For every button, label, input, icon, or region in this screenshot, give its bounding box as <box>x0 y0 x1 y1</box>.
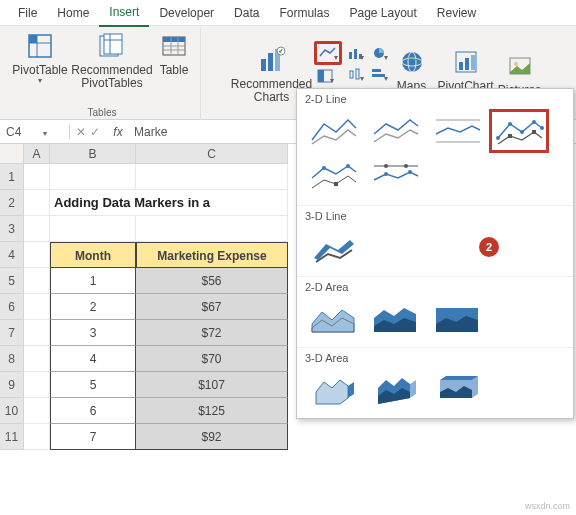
tab-home[interactable]: Home <box>47 0 99 26</box>
svg-rect-23 <box>349 52 352 59</box>
insert-bar-chart-button[interactable]: ▾ <box>368 64 390 84</box>
svg-point-45 <box>496 136 500 140</box>
cell[interactable] <box>24 242 50 268</box>
stacked-line-thumb[interactable] <box>365 109 425 153</box>
cell[interactable] <box>24 424 50 450</box>
svg-rect-5 <box>104 34 122 54</box>
cell-expense[interactable]: $92 <box>136 424 288 450</box>
insert-statistic-chart-button[interactable]: ▾ <box>344 64 366 84</box>
row-header[interactable]: 2 <box>0 190 24 216</box>
cell[interactable] <box>136 164 288 190</box>
line-with-markers-thumb[interactable] <box>489 109 549 153</box>
globe-icon <box>396 46 428 78</box>
table-label: Table <box>160 64 189 77</box>
svg-point-56 <box>404 164 408 168</box>
cell-expense[interactable]: $72 <box>136 320 288 346</box>
svg-point-52 <box>322 166 326 170</box>
cell-expense[interactable]: $125 <box>136 398 288 424</box>
insert-pie-chart-button[interactable]: ▾ <box>368 43 390 63</box>
row-header[interactable]: 4 <box>0 242 24 268</box>
table-icon <box>158 30 190 62</box>
row-header[interactable]: 3 <box>0 216 24 242</box>
area-thumb[interactable] <box>303 297 363 341</box>
svg-rect-32 <box>372 69 381 72</box>
tab-formulas[interactable]: Formulas <box>269 0 339 26</box>
row-header[interactable]: 1 <box>0 164 24 190</box>
row-header[interactable]: 11 <box>0 424 24 450</box>
tab-file[interactable]: File <box>8 0 47 26</box>
tab-review[interactable]: Review <box>427 0 486 26</box>
insert-column-chart-button[interactable]: ▾ <box>344 43 366 63</box>
cell[interactable] <box>24 164 50 190</box>
chevron-down-icon: ▾ <box>38 77 42 86</box>
cell-month[interactable]: 7 <box>50 424 136 450</box>
cell[interactable] <box>24 190 50 216</box>
name-box[interactable]: C4▾ <box>0 125 70 139</box>
svg-point-44 <box>514 62 518 66</box>
group-tables: PivotTable ▾ Recommended PivotTables Tab… <box>4 28 201 120</box>
percent-stacked-line-markers-thumb[interactable] <box>365 155 425 199</box>
tab-developer[interactable]: Developer <box>149 0 224 26</box>
cell-expense[interactable]: $67 <box>136 294 288 320</box>
cell-expense[interactable]: $56 <box>136 268 288 294</box>
cell-expense[interactable]: $70 <box>136 346 288 372</box>
line-chart-thumb[interactable] <box>303 109 363 153</box>
row-header[interactable]: 7 <box>0 320 24 346</box>
pivottable-icon <box>24 30 56 62</box>
cell[interactable] <box>24 320 50 346</box>
header-month[interactable]: Month <box>50 242 136 268</box>
insert-line-chart-button[interactable]: ▾ <box>314 41 342 65</box>
percent-stacked-area-thumb[interactable] <box>427 297 487 341</box>
cell[interactable] <box>24 216 50 242</box>
cell[interactable] <box>24 294 50 320</box>
cell-month[interactable]: 3 <box>50 320 136 346</box>
tab-data[interactable]: Data <box>224 0 269 26</box>
cell[interactable] <box>50 216 136 242</box>
svg-rect-54 <box>334 182 338 186</box>
line-chart-gallery: 2-D Line 2 3-D Line 2-D Area 3-D Area <box>296 88 574 419</box>
col-header-b[interactable]: B <box>50 144 136 164</box>
3d-percent-stacked-area-thumb[interactable] <box>427 368 487 412</box>
pivottable-button[interactable]: PivotTable ▾ <box>8 28 72 88</box>
pictures-icon <box>504 50 536 82</box>
cell[interactable] <box>50 164 136 190</box>
cell[interactable] <box>136 216 288 242</box>
cell[interactable] <box>24 268 50 294</box>
row-header[interactable]: 10 <box>0 398 24 424</box>
col-header-a[interactable]: A <box>24 144 50 164</box>
fx-icon[interactable]: fx <box>106 125 130 139</box>
row-header[interactable]: 8 <box>0 346 24 372</box>
cell-month[interactable]: 4 <box>50 346 136 372</box>
3d-area-thumb[interactable] <box>303 368 363 412</box>
3d-stacked-area-thumb[interactable] <box>365 368 425 412</box>
recommended-pivottables-button[interactable]: Recommended PivotTables <box>72 28 152 92</box>
title-cell[interactable]: Adding Data Markers in a <box>50 190 288 216</box>
3d-line-thumb[interactable] <box>303 226 363 270</box>
cell-month[interactable]: 6 <box>50 398 136 424</box>
section-3d-area-label: 3-D Area <box>297 348 573 366</box>
cell-month[interactable]: 1 <box>50 268 136 294</box>
cell-month[interactable]: 5 <box>50 372 136 398</box>
header-expense[interactable]: Marketing Expense <box>136 242 288 268</box>
svg-rect-1 <box>29 35 37 43</box>
tab-pagelayout[interactable]: Page Layout <box>339 0 426 26</box>
cell[interactable] <box>24 398 50 424</box>
select-all-corner[interactable] <box>0 144 24 164</box>
cell[interactable] <box>24 346 50 372</box>
row-header[interactable]: 9 <box>0 372 24 398</box>
cell[interactable] <box>24 372 50 398</box>
stacked-area-thumb[interactable] <box>365 297 425 341</box>
svg-point-55 <box>384 164 388 168</box>
insert-hierarchy-chart-button[interactable]: ▾ <box>314 66 336 86</box>
cell-expense[interactable]: $107 <box>136 372 288 398</box>
stacked-line-markers-thumb[interactable] <box>303 155 363 199</box>
row-header[interactable]: 6 <box>0 294 24 320</box>
cell-month[interactable]: 2 <box>50 294 136 320</box>
table-button[interactable]: Table <box>152 28 196 79</box>
row-header[interactable]: 5 <box>0 268 24 294</box>
col-header-c[interactable]: C <box>136 144 288 164</box>
percent-stacked-line-thumb[interactable] <box>427 109 487 153</box>
tab-insert[interactable]: Insert <box>99 0 149 27</box>
section-3d-line-label: 3-D Line <box>297 206 573 224</box>
annotation-badge-2: 2 <box>479 237 499 257</box>
